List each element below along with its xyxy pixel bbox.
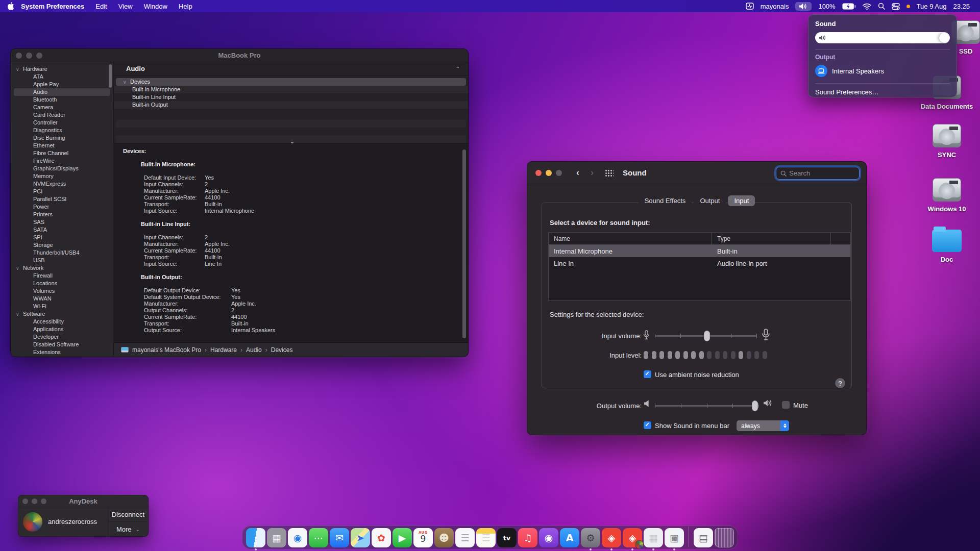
dock-icon-document[interactable]: ▤ xyxy=(694,528,713,547)
input-volume-slider[interactable] xyxy=(655,330,757,341)
control-center-icon[interactable] xyxy=(892,3,900,10)
sidebar-item-accessibility[interactable]: Accessibility xyxy=(14,318,110,325)
volume-menu-icon[interactable] xyxy=(795,2,812,11)
breadcrumb-item[interactable]: mayonais's MacBook Pro xyxy=(132,346,201,354)
sidebar-item-disc-burning[interactable]: Disc Burning xyxy=(14,134,110,142)
sidebar-item-volumes[interactable]: Volumes xyxy=(14,287,110,295)
sidebar-item-ethernet[interactable]: Ethernet xyxy=(14,142,110,149)
sidebar-item-storage[interactable]: Storage xyxy=(14,241,110,249)
sidebar-item-ata[interactable]: ATA xyxy=(14,73,110,81)
sidebar-item-applications[interactable]: Applications xyxy=(14,325,110,333)
dock-icon-finder[interactable] xyxy=(246,528,265,547)
column-name[interactable]: Name xyxy=(549,233,712,244)
tab-input[interactable]: Input xyxy=(728,195,755,206)
sidebar-item-usb[interactable]: USB xyxy=(14,257,110,264)
column-type[interactable]: Type xyxy=(712,233,831,244)
zoom-button[interactable] xyxy=(36,53,42,59)
popover-output-device[interactable]: Internal Speakers xyxy=(815,64,950,78)
sidebar-item-developer[interactable]: Developer xyxy=(14,333,110,341)
sidebar-item-disabled-software[interactable]: Disabled Software xyxy=(14,341,110,348)
close-button[interactable] xyxy=(535,170,542,176)
battery-icon[interactable] xyxy=(842,3,856,10)
sidebar-item-sas[interactable]: SAS xyxy=(14,218,110,226)
close-button[interactable] xyxy=(22,498,28,504)
sound-preferences-item[interactable]: Sound Preferences… xyxy=(815,88,950,96)
output-volume-slider[interactable] xyxy=(655,400,759,411)
minimize-button[interactable] xyxy=(26,53,32,59)
sidebar-item-memory[interactable]: Memory xyxy=(14,172,110,180)
sidebar-item-firewall[interactable]: Firewall xyxy=(14,272,110,280)
details-scrollbar[interactable] xyxy=(462,149,466,338)
sidebar-item-firewire[interactable]: FireWire xyxy=(14,157,110,165)
sidebar-item-diagnostics[interactable]: Diagnostics xyxy=(14,127,110,134)
sidebar-item-spi[interactable]: SPI xyxy=(14,234,110,241)
tree-row-built-in-line-input[interactable]: Built-in Line Input xyxy=(114,93,468,101)
close-button[interactable] xyxy=(16,53,22,59)
sidebar-item-pci[interactable]: PCI xyxy=(14,188,110,195)
menubar-frequency-dropdown[interactable]: always xyxy=(737,420,789,431)
show-sound-checkbox[interactable] xyxy=(644,421,651,429)
activity-monitor-icon[interactable] xyxy=(746,3,754,10)
output-volume-knob[interactable] xyxy=(752,400,758,411)
sidebar-item-parallel-scsi[interactable]: Parallel SCSI xyxy=(14,195,110,203)
dock-icon-anydesk[interactable]: ◈ xyxy=(602,528,621,547)
forward-button[interactable]: › xyxy=(591,167,594,178)
sidebar-item-printers[interactable]: Printers xyxy=(14,211,110,218)
sidebar-item-power[interactable]: Power xyxy=(14,203,110,211)
wifi-icon[interactable] xyxy=(863,3,871,10)
sidebar-item-nvmexpress[interactable]: NVMExpress xyxy=(14,180,110,188)
dock-icon-system-information[interactable]: ▣ xyxy=(665,528,684,547)
table-row[interactable]: Internal MicrophoneBuilt-in xyxy=(549,245,850,257)
ambient-noise-checkbox[interactable] xyxy=(644,370,651,378)
tab-output[interactable]: Output xyxy=(694,195,726,206)
dock-icon-calendar[interactable]: AUG9 xyxy=(413,528,433,547)
collapse-chevron-icon[interactable]: ⌃ xyxy=(456,66,460,71)
dock-icon-launchpad[interactable]: ▦ xyxy=(267,528,286,547)
dock-icon-maps[interactable]: ➤ xyxy=(351,528,370,547)
sidebar-group-hardware[interactable]: ∨Hardware xyxy=(11,65,113,73)
menu-view[interactable]: View xyxy=(113,3,138,10)
sidebar-item-locations[interactable]: Locations xyxy=(14,280,110,287)
dock-icon-app-store[interactable]: A xyxy=(560,528,579,547)
tree-row-built-in-output[interactable]: Built-in Output xyxy=(114,101,468,109)
sidebar-item-controller[interactable]: Controller xyxy=(14,119,110,127)
menubar-date[interactable]: Tue 9 Aug xyxy=(917,3,947,10)
dock-icon-podcasts[interactable]: ◉ xyxy=(539,528,558,547)
sidebar-item-thunderbolt-usb4[interactable]: Thunderbolt/USB4 xyxy=(14,249,110,257)
dock-icon-music[interactable]: ♫ xyxy=(518,528,537,547)
dock-icon-anydesk-session[interactable]: ◈ xyxy=(623,528,642,547)
menu-edit[interactable]: Edit xyxy=(90,3,112,10)
sidebar-scrollbar[interactable] xyxy=(109,64,112,88)
breadcrumb-item[interactable]: Audio xyxy=(246,346,262,354)
input-volume-knob[interactable] xyxy=(704,331,710,341)
search-input[interactable] xyxy=(789,169,850,177)
zoom-button[interactable] xyxy=(41,498,46,504)
tree-row-built-in-microphone[interactable]: Built-in Microphone xyxy=(114,86,468,93)
sidebar-item-fibre-channel[interactable]: Fibre Channel xyxy=(14,149,110,157)
sidebar-item-fonts[interactable]: Fonts xyxy=(14,356,110,357)
more-button[interactable]: More ⌄ xyxy=(108,521,148,536)
audio-section-header[interactable]: Audio ⌃ xyxy=(114,62,468,76)
search-field[interactable] xyxy=(776,167,860,180)
sidebar-item-sata[interactable]: SATA xyxy=(14,226,110,234)
zoom-button[interactable] xyxy=(556,170,562,176)
dock-icon-safari[interactable]: ◉ xyxy=(288,528,307,547)
spotlight-search-icon[interactable] xyxy=(878,3,885,10)
desktop-icon-doc[interactable]: Doc xyxy=(919,230,975,263)
breadcrumb-item[interactable]: Devices xyxy=(271,346,293,354)
menubar-time[interactable]: 23.25 xyxy=(953,3,970,10)
sidebar-item-camera[interactable]: Camera xyxy=(14,104,110,111)
sidebar-item-graphics-displays[interactable]: Graphics/Displays xyxy=(14,165,110,172)
desktop-icon-windows-10[interactable]: Windows 10 xyxy=(919,178,975,213)
sidebar-group-network[interactable]: ∨Network xyxy=(11,264,113,272)
help-button[interactable]: ? xyxy=(835,378,845,388)
menubar-username[interactable]: mayonais xyxy=(761,3,789,10)
dock-icon-tv[interactable]: tv xyxy=(497,528,517,547)
sidebar-item-bluetooth[interactable]: Bluetooth xyxy=(14,96,110,104)
sidebar-item-extensions[interactable]: Extensions xyxy=(14,348,110,356)
dock-icon-system-preferences[interactable]: ⚙ xyxy=(581,528,600,547)
menu-help[interactable]: Help xyxy=(173,3,198,10)
dock-icon-reminders[interactable]: ☰ xyxy=(455,528,475,547)
popover-volume-knob[interactable] xyxy=(939,33,949,43)
dock-icon-mail[interactable]: ✉ xyxy=(330,528,349,547)
